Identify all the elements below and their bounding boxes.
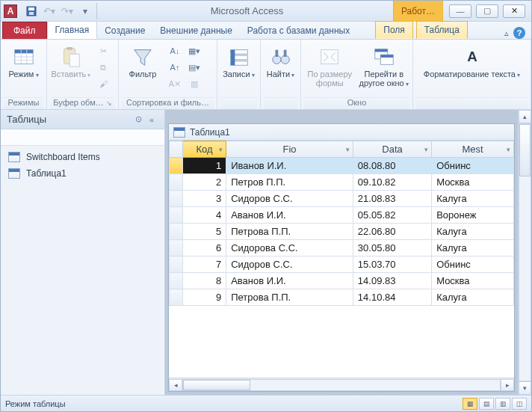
cell-fio[interactable]: Петрова П.П. [226,289,353,306]
qat-redo-icon[interactable]: ↷▾ [59,4,75,19]
cell-data[interactable]: 05.05.82 [353,207,431,224]
cell-fio[interactable]: Иванов И.И. [226,158,353,174]
cell-fio[interactable]: Сидоров С.С. [226,191,353,207]
cell-mesto[interactable]: Калуга [432,289,514,306]
vertical-scrollbar[interactable]: ▴ ▾ [518,110,531,395]
tab-table[interactable]: Таблица [416,21,468,39]
cell-code[interactable]: 7 [183,256,226,273]
row-header[interactable] [170,224,183,240]
sort-desc-icon[interactable]: A↑ [167,60,183,75]
close-button[interactable]: ✕ [503,4,525,18]
scroll-thumb[interactable] [183,380,250,390]
table-row[interactable]: 2Петров П.П.09.10.82Москва [170,174,514,191]
cell-code[interactable]: 2 [183,174,226,191]
cut-icon[interactable]: ✂ [95,43,111,58]
row-header[interactable] [170,191,183,207]
ribbon-collapse-icon[interactable]: ▵ [504,28,509,38]
scroll-up-icon[interactable]: ▴ [519,110,531,123]
qat-customize-icon[interactable]: ▾ [77,4,93,19]
scroll-left-icon[interactable]: ◂ [169,379,182,391]
column-header[interactable]: Data▾ [353,141,431,158]
help-icon[interactable]: ? [513,27,525,39]
view-pivottable-icon[interactable]: ▤ [479,398,494,410]
column-filter-icon[interactable]: ▾ [346,146,350,153]
clear-sort-icon[interactable]: A⨯ [167,76,183,91]
cell-data[interactable]: 08.08.80 [353,158,431,174]
row-header[interactable] [170,273,183,289]
minimize-button[interactable]: — [449,4,471,18]
qat-undo-icon[interactable]: ↶▾ [41,4,58,19]
table-row[interactable]: 5Петрова П.П.22.06.80Калуга [170,224,514,240]
cell-data[interactable]: 14.10.84 [353,289,431,306]
access-app-icon[interactable]: A [4,4,17,18]
view-pivotchart-icon[interactable]: ▥ [495,398,510,410]
row-header[interactable] [170,207,183,224]
cell-code[interactable]: 3 [183,191,226,207]
filter-button[interactable]: Фильтр [122,43,164,79]
tab-external-data[interactable]: Внешние данные [152,22,240,39]
tab-database-tools[interactable]: Работа с базами данных [240,22,357,39]
subwindow-titlebar[interactable]: Таблица1 [169,124,514,141]
find-button[interactable]: Найти [264,43,297,79]
cell-data[interactable]: 15.03.70 [353,256,431,273]
column-header[interactable]: Mest▾ [432,141,514,158]
view-design-icon[interactable]: ◫ [512,398,527,410]
table-row[interactable]: 1Иванов И.И.08.08.80Обнинс [170,158,514,174]
column-header[interactable]: Fio▾ [226,141,353,158]
row-header[interactable] [170,240,183,256]
copy-icon[interactable]: ⧉ [95,60,111,75]
cell-fio[interactable]: Аванов И.И. [226,207,353,224]
table-row[interactable]: 9Петрова П.П.14.10.84Калуга [170,289,514,306]
cell-code[interactable]: 6 [183,240,226,256]
cell-data[interactable]: 22.06.80 [353,224,431,240]
group-clipboard-label[interactable]: Буфер обм… [50,97,115,109]
scroll-right-icon[interactable]: ▸ [501,379,514,391]
table-row[interactable]: 7Сидоров С.С.15.03.70Обнинс [170,256,514,273]
cell-fio[interactable]: Петров П.П. [226,174,353,191]
nav-item-switchboard[interactable]: Switchboard Items [1,149,164,165]
cell-mesto[interactable]: Калуга [432,224,514,240]
view-button[interactable]: Режим [4,43,43,79]
cell-code[interactable]: 8 [183,273,226,289]
scroll-track[interactable] [182,379,501,391]
cell-fio[interactable]: Петрова П.П. [226,224,353,240]
switch-window-button[interactable]: Перейти в другое окно [359,43,410,87]
table-row[interactable]: 3Сидоров С.С.21.08.83Калуга [170,191,514,207]
cell-code[interactable]: 1 [183,158,226,174]
format-painter-icon[interactable]: 🖌 [95,76,111,91]
cell-code[interactable]: 4 [183,207,226,224]
table-row[interactable]: 6Сидорова С.С.30.05.80Калуга [170,240,514,256]
row-header[interactable] [170,174,183,191]
horizontal-scrollbar[interactable]: ◂ ▸ [169,378,514,391]
cell-code[interactable]: 5 [183,224,226,240]
view-datasheet-icon[interactable]: ▦ [463,398,477,410]
data-grid[interactable]: Код▾Fio▾Data▾Mest▾ 1Иванов И.И.08.08.80О… [169,141,514,306]
tab-home[interactable]: Главная [47,21,98,39]
sort-asc-icon[interactable]: A↓ [167,43,183,58]
cell-mesto[interactable]: Москва [432,273,514,289]
scroll-thumb[interactable] [519,124,531,176]
column-filter-icon[interactable]: ▾ [424,146,428,153]
nav-search[interactable] [1,129,164,146]
cell-data[interactable]: 09.10.82 [353,174,431,191]
cell-mesto[interactable]: Калуга [432,240,514,256]
row-header[interactable] [170,289,183,306]
fit-form-button[interactable]: По размеру формы [304,43,356,87]
toggle-filter-icon[interactable]: ▥ [186,76,202,91]
table-row[interactable]: 8Аванов И.И.14.09.83Москва [170,273,514,289]
table-row[interactable]: 4Аванов И.И.05.05.82Воронеж [170,207,514,224]
row-header[interactable] [170,256,183,273]
cell-data[interactable]: 14.09.83 [353,273,431,289]
cell-mesto[interactable]: Москва [432,174,514,191]
advanced-filter-icon[interactable]: ▤▾ [186,60,202,75]
paste-button[interactable]: Вставить [50,43,92,79]
cell-mesto[interactable]: Калуга [432,191,514,207]
cell-fio[interactable]: Сидоров С.С. [226,256,353,273]
selection-filter-icon[interactable]: ▦▾ [186,43,202,58]
nav-collapse-icon[interactable]: « [145,113,158,126]
cell-fio[interactable]: Аванов И.И. [226,273,353,289]
tab-create[interactable]: Создание [97,22,152,39]
scroll-down-icon[interactable]: ▾ [519,381,531,395]
text-format-button[interactable]: A Форматирование текста [416,43,528,79]
cell-data[interactable]: 30.05.80 [353,240,431,256]
